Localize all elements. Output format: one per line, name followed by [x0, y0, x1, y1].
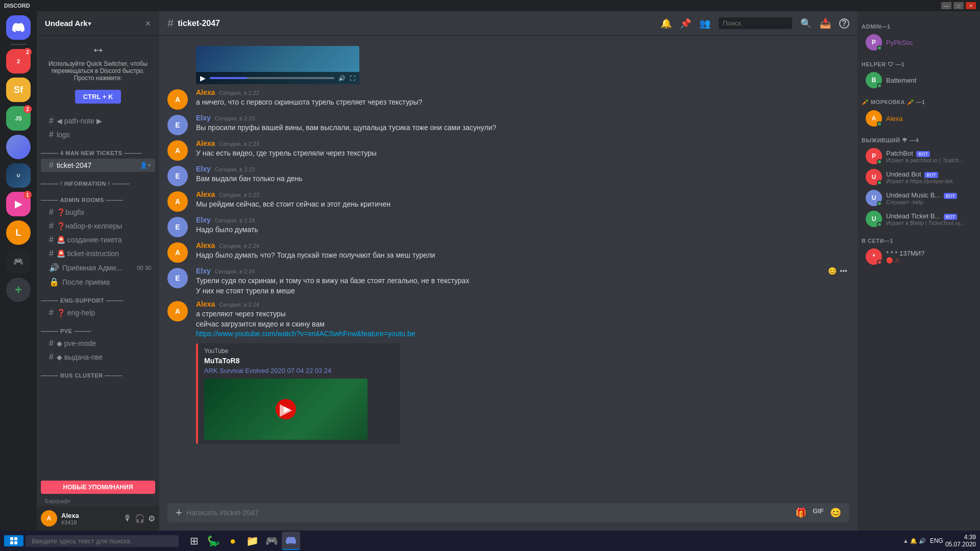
attachment-icon[interactable]: +	[176, 506, 182, 519]
sidebar-bottom: A Alexa #3418 🎙 🎧 ⚙	[37, 506, 159, 531]
server-icon-2[interactable]: 22	[6, 49, 31, 73]
taskbar-app-chrome[interactable]: ●	[224, 532, 242, 550]
maximize-button[interactable]: □	[953, 2, 964, 9]
member-item-purpksbs[interactable]: P РуРkSbс	[862, 32, 976, 53]
member-avatar: P	[866, 34, 882, 51]
message-author: Alexa	[196, 190, 215, 198]
channel-item-bugfix[interactable]: # ❓bugfix	[41, 206, 155, 219]
message-text: Вам выдали бан только на день	[196, 174, 849, 184]
quick-switcher-button[interactable]: CTRL + K	[75, 90, 121, 104]
hash-icon: #	[49, 339, 54, 348]
more-icon[interactable]: •••	[840, 267, 847, 275]
channel-name: ❓ eng-help	[57, 309, 151, 317]
youtube-link[interactable]: https://www.youtube.com/watch?v=xn4ACSwh…	[196, 330, 415, 338]
deafen-icon[interactable]: 🎧	[135, 514, 145, 523]
minimize-button[interactable]: —	[941, 2, 951, 9]
server-icon-undead[interactable]: U	[6, 163, 31, 188]
member-name: Alexa	[886, 115, 972, 122]
channel-item-create-ticket[interactable]: # 🚨 создание-тикета	[41, 233, 155, 246]
message-content: Alexa Сегодня, в 2:22 а ничего, что с пе…	[196, 88, 849, 110]
fullscreen-icon[interactable]: ⛶	[350, 75, 355, 81]
gift-icon[interactable]: 🎁	[795, 507, 806, 518]
member-name: PatchBot BOT	[886, 149, 972, 157]
inbox-icon[interactable]: 📥	[820, 18, 831, 29]
message-content: Elxy Сегодня, в 2:23 Вы просили пруфы ва…	[196, 114, 849, 135]
server-icon-discord[interactable]	[6, 15, 31, 40]
avatar: A	[167, 191, 188, 212]
help-icon[interactable]: ?	[839, 18, 849, 29]
notification-bell-icon[interactable]: 🔔	[660, 18, 672, 29]
start-button[interactable]	[4, 535, 23, 546]
volume-icon[interactable]: 🔊	[338, 75, 346, 82]
taskbar: ⊞ 🦕 ● 📁 🎮 ▲ 🔔 🔊 ENG 4:39 05.07.2020	[0, 531, 980, 551]
right-sidebar: ADMIN—1 P РуРkSbс HELPER 🛡 —1 B Battemen…	[857, 11, 980, 531]
message-text: Вы просили пруфы вашей вины, вам выслали…	[196, 123, 849, 133]
play-icon[interactable]: ▶	[200, 74, 206, 82]
status-dot	[877, 180, 882, 185]
server-icon-play[interactable]: ▶ 1	[6, 192, 31, 216]
status-dot	[877, 222, 882, 227]
new-mentions-bar[interactable]: НОВЫЕ УПОМИНАНИЯ	[41, 481, 155, 494]
members-icon[interactable]: 👥	[699, 18, 710, 29]
channel-item-after-priemy[interactable]: 🔒 После приёма	[41, 275, 155, 289]
preview-thumbnail[interactable]: ▶	[204, 379, 368, 440]
taskbar-app-ark[interactable]: 🦕	[204, 532, 223, 550]
channel-item-priemnaya[interactable]: 🔊 Приёмная Адми... 00 30	[41, 261, 155, 274]
server-icon-js[interactable]: JS 2	[6, 106, 31, 131]
message-group: E Elxy Сегодня, в 2:24 Турели судя по ск…	[159, 265, 857, 298]
server-icon-circle[interactable]	[6, 135, 31, 159]
message-content: Alexa Сегодня, в 2:23 Мы рейдим сейчас, …	[196, 190, 849, 212]
server-header[interactable]: Undead Ark ▾ ✕	[37, 11, 159, 36]
channel-item-ticket-instruction[interactable]: # 🚨 ticket-instruction	[41, 247, 155, 260]
member-item-undeadticketbot[interactable]: U Undead Ticket B... BOT Играет в $help …	[862, 209, 976, 229]
close-button-sidebar[interactable]: ✕	[145, 19, 151, 28]
channel-item-helper[interactable]: # ❓набор-в-хелперы	[41, 219, 155, 233]
react-icon[interactable]: 😊	[828, 267, 837, 275]
close-button[interactable]: ✕	[966, 2, 976, 9]
pin-icon[interactable]: 📌	[680, 18, 691, 29]
search-icon[interactable]: 🔍	[800, 18, 812, 29]
server-icon-sf[interactable]: Sf	[6, 78, 31, 102]
taskbar-app-game[interactable]: 🎮	[262, 532, 281, 550]
channel-item-path-note[interactable]: # ◀ path-note ▶	[41, 114, 155, 128]
message-input[interactable]	[186, 503, 791, 522]
channel-item-ticket-2047[interactable]: # ticket-2047 👤+	[41, 159, 155, 172]
gif-icon[interactable]: GIF	[813, 507, 824, 518]
svg-rect-1	[14, 537, 17, 540]
member-item-patchbot[interactable]: P PatchBot BOT Играет в patchbot.io | ?p…	[862, 146, 976, 166]
member-item-alexa[interactable]: A Alexa	[862, 108, 976, 129]
channel-item-pve-mode[interactable]: # ◆ pve-mode	[41, 337, 155, 350]
member-item-undeadbot[interactable]: U Undead Bot BOT Играет в https://junipe…	[862, 167, 976, 187]
member-item-undeadmusicbot[interactable]: U Undead Music B... BOT Слушает -help	[862, 188, 976, 208]
taskbar-search-input[interactable]	[26, 535, 179, 547]
server-icon-l[interactable]: L	[6, 220, 31, 245]
channel-item-vydacha-pve[interactable]: # ◆ выдача-пве	[41, 350, 155, 364]
settings-icon[interactable]: ⚙	[148, 514, 155, 523]
taskbar-app-multitask[interactable]: ⊞	[185, 532, 203, 550]
member-name: Battement	[886, 77, 972, 84]
server-divider	[10, 44, 27, 45]
emoji-icon[interactable]: 😊	[830, 507, 841, 518]
user-info: Alexa #3418	[61, 512, 119, 525]
member-item-unknown[interactable]: * * * * 137МИ? 🔴 ⚠	[862, 246, 976, 267]
hash-icon: #	[49, 130, 54, 139]
channel-hash: #	[167, 17, 174, 30]
channel-item-logs[interactable]: # logs	[41, 128, 155, 141]
member-item-battement[interactable]: B Battement	[862, 70, 976, 90]
search-input[interactable]	[719, 17, 792, 29]
progress-bar[interactable]	[210, 77, 334, 79]
member-avatar: B	[866, 72, 882, 88]
taskbar-app-discord[interactable]	[282, 532, 300, 550]
message-content: Alexa Сегодня, в 2:23 У нас есть видео, …	[196, 139, 849, 161]
taskbar-app-folder[interactable]: 📁	[243, 532, 261, 550]
add-server-button[interactable]: +	[6, 278, 31, 302]
category-4man: ——— 4 MAN NEW TICKETS ———	[37, 142, 159, 158]
play-button[interactable]: ▶	[276, 399, 296, 419]
avatar: A	[167, 89, 188, 110]
bot-badge: BOT	[924, 172, 938, 178]
message-content: Elxy Сегодня, в 2:24 Надо было думать	[196, 216, 849, 237]
server-icon-game[interactable]: 🎮	[6, 249, 31, 273]
category-eng-support: ——— ENG-SUPPORT ———	[37, 289, 159, 306]
mute-icon[interactable]: 🎙	[124, 514, 132, 523]
channel-item-eng-help[interactable]: # ❓ eng-help	[41, 306, 155, 319]
